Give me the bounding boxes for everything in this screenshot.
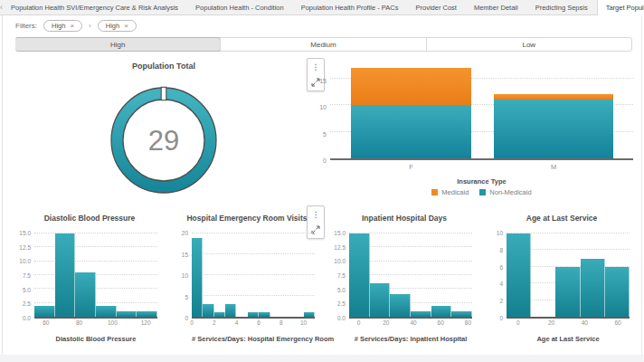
y-tick-label: 15 xyxy=(182,252,188,258)
histogram-bar[interactable] xyxy=(214,312,225,317)
tab-population-health-condition[interactable]: Population Health - Condition xyxy=(187,0,293,14)
x-tick-label: 0 xyxy=(357,319,361,326)
histogram-bar[interactable] xyxy=(304,312,315,317)
legend-item-medicaid[interactable]: Medicaid xyxy=(431,188,469,196)
x-axis-label: Age at Last Service xyxy=(507,335,630,343)
y-tick-label: 2.5 xyxy=(23,300,31,307)
bar-m-medicaid[interactable] xyxy=(494,94,613,100)
y-axis-labels: 051015 xyxy=(317,68,328,160)
y-tick-label: 0 xyxy=(185,315,188,321)
y-tick-label: 20 xyxy=(182,230,188,236)
gridline xyxy=(34,288,157,289)
y-tick-label: 5 xyxy=(323,131,327,138)
histogram-bar[interactable] xyxy=(605,267,630,317)
y-tick-label: 10.0 xyxy=(19,258,31,264)
histogram-plot[interactable]: 020406080 xyxy=(349,233,472,319)
level-button-medium[interactable]: Medium xyxy=(220,38,425,51)
bar-chart-plot[interactable]: FM xyxy=(330,68,633,160)
x-tick-label: 0 xyxy=(516,319,520,326)
y-tick-label: 2.5 xyxy=(337,300,346,307)
y-tick-label: 6 xyxy=(499,264,503,271)
tab-population-health-svi-emergency-care-risk-analysis[interactable]: Population Health SVI/Emergency Care & R… xyxy=(3,0,187,14)
tab-label: Population Health SVI/Emergency Care & R… xyxy=(11,4,178,12)
x-tick-label: 60 xyxy=(615,319,621,326)
y-tick-label: 10.0 xyxy=(334,258,346,264)
x-tick-label: 6 xyxy=(257,319,260,326)
filter-pill-high[interactable]: High× xyxy=(43,20,82,32)
tab-predicting-sepsis[interactable]: Predicting Sepsis xyxy=(527,0,597,14)
donut-chart[interactable]: 29 xyxy=(104,81,223,200)
panel-diastolic-blood-pressure: Diastolic Blood Pressure 0.02.55.07.510.… xyxy=(14,210,165,353)
histogram-bar[interactable] xyxy=(451,311,472,317)
legend-label: Medicaid xyxy=(441,188,469,196)
tab-provider-cost[interactable]: Provider Cost xyxy=(408,0,466,14)
chart-title: Age at Last Service xyxy=(487,214,637,223)
level-button-low[interactable]: Low xyxy=(426,38,631,51)
histogram-bar[interactable] xyxy=(117,311,137,317)
tab-label: Predicting Sepsis xyxy=(535,4,588,12)
bar-f-medicaid[interactable] xyxy=(351,68,470,105)
panel-hospital-emergency-room-visits: Hospital Emergency Room Visits 05101520 … xyxy=(172,210,322,353)
histogram-bar[interactable] xyxy=(507,233,531,317)
histogram-bar[interactable] xyxy=(96,306,117,317)
bar-f-non-medicaid[interactable] xyxy=(351,105,470,158)
legend: Insurance Type Medicaid Non-Medicaid xyxy=(330,177,633,196)
x-tick-label: 4 xyxy=(235,319,239,326)
legend-title: Insurance Type xyxy=(330,177,633,186)
filter-pill-high[interactable]: High× xyxy=(98,20,137,32)
histogram-bar[interactable] xyxy=(431,306,452,317)
close-icon[interactable]: × xyxy=(124,23,128,30)
y-axis-labels: 0.02.55.07.510.012.515.0 xyxy=(14,233,33,319)
plot-area: 0.02.55.07.510.012.515.0 020406080 xyxy=(329,233,479,319)
level-button-high[interactable]: High xyxy=(15,37,221,52)
gridline xyxy=(34,261,157,262)
histogram-bar[interactable] xyxy=(55,233,76,317)
y-tick-label: 4 xyxy=(499,281,503,287)
histogram-bar[interactable] xyxy=(137,311,157,317)
x-tick-label: 20 xyxy=(548,319,554,326)
canvas-bottom-margin xyxy=(0,355,644,362)
panel-insurance-type-bar-chart: 051015 FM Insurance Type Medicaid Non-Me… xyxy=(317,65,635,203)
y-tick-label: 0.0 xyxy=(337,315,346,321)
filter-pill-label: High xyxy=(52,22,65,30)
y-axis-labels: 0246810 xyxy=(487,233,505,319)
plot-area: 0.02.55.07.510.012.515.0 6080100120 xyxy=(14,233,165,319)
x-axis-label: # Services/Days: Inpatient Hospital xyxy=(349,335,472,343)
histogram-plot[interactable]: 6080100120 xyxy=(34,233,157,319)
tab-target-population[interactable]: Target Population⋮ xyxy=(597,0,644,15)
histogram-bar[interactable] xyxy=(248,312,259,317)
gridline xyxy=(34,246,157,247)
histogram-bar[interactable] xyxy=(555,267,580,317)
histogram-bar[interactable] xyxy=(370,283,391,317)
histogram-bar[interactable] xyxy=(259,312,270,317)
histogram-bar[interactable] xyxy=(225,304,236,317)
histogram-bar[interactable] xyxy=(411,311,431,317)
x-tick-label: 100 xyxy=(108,319,118,326)
histogram-bar[interactable] xyxy=(390,294,411,317)
legend-label: Non-Medicaid xyxy=(489,188,531,196)
tab-member-detail[interactable]: Member Detail xyxy=(466,0,527,14)
filters-label: Filters: xyxy=(15,22,37,30)
histogram-bar[interactable] xyxy=(34,306,55,317)
histogram-plot[interactable]: 0204060 xyxy=(507,233,630,319)
x-tick-label: 8 xyxy=(279,319,283,326)
close-icon[interactable]: × xyxy=(70,23,74,30)
donut-segment-gap xyxy=(161,87,166,100)
canvas-right-edge xyxy=(641,15,642,355)
histogram-bar[interactable] xyxy=(75,272,96,317)
bar-m-non-medicaid[interactable] xyxy=(494,100,613,158)
histogram-bar[interactable] xyxy=(192,238,203,317)
x-tick-label: 2 xyxy=(213,319,216,326)
canvas-left-edge xyxy=(2,15,3,355)
x-tick-label: 40 xyxy=(582,319,588,326)
gridline xyxy=(192,295,315,296)
legend-item-non-medicaid[interactable]: Non-Medicaid xyxy=(479,188,531,196)
x-tick-label: 60 xyxy=(438,319,444,326)
tab-label: Population Health Profile - PACs xyxy=(301,4,399,12)
histogram-bar[interactable] xyxy=(581,259,605,317)
histogram-bar[interactable] xyxy=(203,304,213,317)
histogram-bar[interactable] xyxy=(349,233,370,317)
histogram-plot[interactable]: 0246810 xyxy=(192,233,315,319)
y-tick-label: 15.0 xyxy=(19,230,31,236)
tab-population-health-profile-pacs[interactable]: Population Health Profile - PACs xyxy=(293,0,408,14)
